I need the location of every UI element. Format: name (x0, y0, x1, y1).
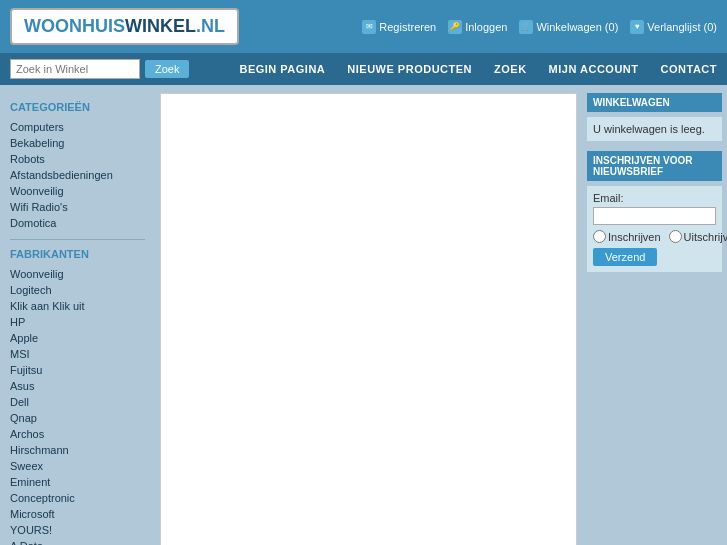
nav-contact[interactable]: CONTACT (661, 63, 717, 75)
nav: BEGIN PAGINA NIEUWE PRODUCTEN ZOEK MIJN … (239, 63, 717, 75)
sidebar-item-fab-logitech[interactable]: Logitech (5, 282, 150, 298)
inloggen-icon: 🔑 (448, 20, 462, 34)
sidebar-item-afstandsbedieningen[interactable]: Afstandsbedieningen (5, 167, 150, 183)
registreren-icon: ✉ (362, 20, 376, 34)
winkelwagen-widget: U winkelwagen is leeg. (587, 117, 722, 141)
sidebar-item-fab-hp[interactable]: HP (5, 314, 150, 330)
registreren-link[interactable]: ✉ Registreren (362, 20, 436, 34)
nav-begin-pagina[interactable]: BEGIN PAGINA (239, 63, 325, 75)
right-sidebar: WINKELWAGEN U winkelwagen is leeg. INSCH… (582, 85, 727, 545)
inloggen-link[interactable]: 🔑 Inloggen (448, 20, 507, 34)
unsubscribe-label: Uitschrijven (684, 231, 727, 243)
sidebar-item-fab-msi[interactable]: MSI (5, 346, 150, 362)
unsubscribe-radio[interactable] (669, 230, 682, 243)
sidebar-item-bekabeling[interactable]: Bekabeling (5, 135, 150, 151)
sidebar-item-fab-conceptronic[interactable]: Conceptronic (5, 490, 150, 506)
sidebar-item-fab-dell[interactable]: Dell (5, 394, 150, 410)
winkelwagen-empty-text: U winkelwagen is leeg. (593, 123, 705, 135)
subscribe-radio[interactable] (593, 230, 606, 243)
sidebar-item-woonveilig[interactable]: Woonveilig (5, 183, 150, 199)
verzend-button[interactable]: Verzend (593, 248, 657, 266)
logo-text: WOONHUISWINKEL.NL (24, 16, 225, 36)
subscribe-label: Inschrijven (608, 231, 661, 243)
winkelwagen-link[interactable]: 🛒 Winkelwagen (0) (519, 20, 618, 34)
sidebar-divider (10, 239, 145, 240)
categories-title: CATEGORIEËN (5, 101, 150, 113)
nav-nieuwe-producten[interactable]: NIEUWE PRODUCTEN (347, 63, 472, 75)
sidebar-item-fab-microsoft[interactable]: Microsoft (5, 506, 150, 522)
search-bar: Zoek (10, 59, 189, 79)
nav-zoek[interactable]: ZOEK (494, 63, 527, 75)
sidebar-item-fab-eminent[interactable]: Eminent (5, 474, 150, 490)
newsletter-title: INSCHRIJVEN VOOR NIEUWSBRIEF (587, 151, 722, 181)
sidebar-item-fab-a-data[interactable]: A Data (5, 538, 150, 545)
verlanglijst-icon: ♥ (630, 20, 644, 34)
top-links: ✉ Registreren 🔑 Inloggen 🛒 Winkelwagen (… (362, 20, 717, 34)
sidebar-item-computers[interactable]: Computers (5, 119, 150, 135)
sidebar: CATEGORIEËN Computers Bekabeling Robots … (0, 85, 155, 545)
sidebar-item-fab-klik-aan-klik-uit[interactable]: Klik aan Klik uit (5, 298, 150, 314)
header: WOONHUISWINKEL.NL ✉ Registreren 🔑 Inlogg… (0, 0, 727, 53)
nav-mijn-account[interactable]: MIJN ACCOUNT (549, 63, 639, 75)
verlanglijst-link[interactable]: ♥ Verlanglijst (0) (630, 20, 717, 34)
radio-group: Inschrijven Uitschrijven (593, 230, 716, 243)
content-area (160, 93, 577, 545)
main: CATEGORIEËN Computers Bekabeling Robots … (0, 85, 727, 545)
unsubscribe-radio-item[interactable]: Uitschrijven (669, 230, 727, 243)
newsletter-widget: Email: Inschrijven Uitschrijven Verzend (587, 186, 722, 272)
logo[interactable]: WOONHUISWINKEL.NL (10, 8, 239, 45)
search-input[interactable] (10, 59, 140, 79)
sidebar-item-fab-asus[interactable]: Asus (5, 378, 150, 394)
winkelwagen-title: WINKELWAGEN (587, 93, 722, 112)
fabrikanten-title: FABRIKANTEN (5, 248, 150, 260)
sidebar-item-fab-woonveilig[interactable]: Woonveilig (5, 266, 150, 282)
sidebar-item-fab-sweex[interactable]: Sweex (5, 458, 150, 474)
sidebar-item-fab-hirschmann[interactable]: Hirschmann (5, 442, 150, 458)
sidebar-item-fab-fujitsu[interactable]: Fujitsu (5, 362, 150, 378)
search-button[interactable]: Zoek (145, 60, 189, 78)
sidebar-item-robots[interactable]: Robots (5, 151, 150, 167)
winkelwagen-icon: 🛒 (519, 20, 533, 34)
sidebar-item-domotica[interactable]: Domotica (5, 215, 150, 231)
email-input[interactable] (593, 207, 716, 225)
sidebar-item-fab-apple[interactable]: Apple (5, 330, 150, 346)
sidebar-item-fab-yours[interactable]: YOURS! (5, 522, 150, 538)
subscribe-radio-item[interactable]: Inschrijven (593, 230, 661, 243)
sidebar-item-wifi-radios[interactable]: Wifi Radio's (5, 199, 150, 215)
sidebar-item-fab-archos[interactable]: Archos (5, 426, 150, 442)
sidebar-item-fab-qnap[interactable]: Qnap (5, 410, 150, 426)
email-label: Email: (593, 192, 716, 204)
